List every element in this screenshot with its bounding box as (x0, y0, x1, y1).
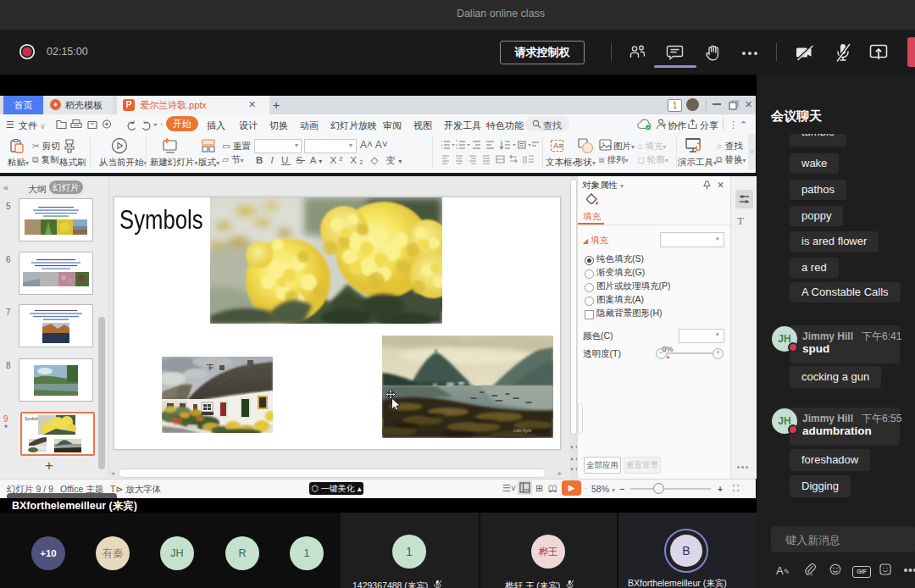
svg-text:A≡: A≡ (553, 141, 563, 150)
svg-text:Little Rghit: Little Rghit (513, 429, 532, 433)
svg-text:Symbols: Symbols (25, 417, 40, 421)
